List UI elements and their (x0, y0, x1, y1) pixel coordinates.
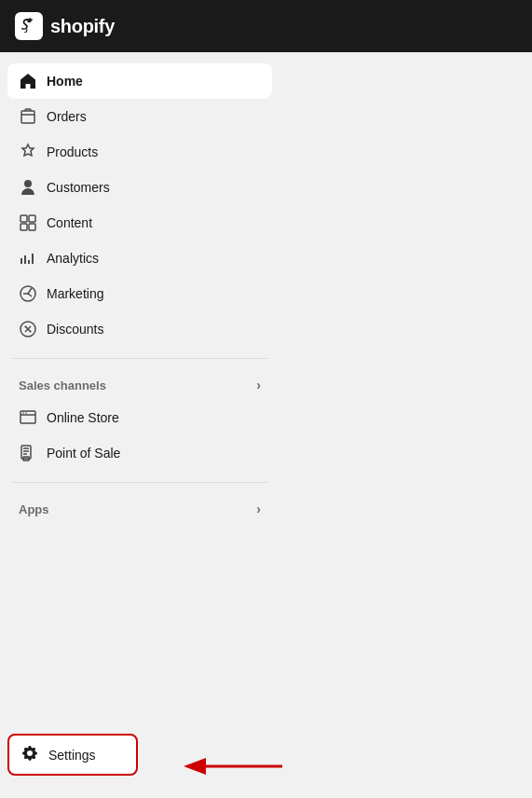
sidebar: Home Orders Products Customers (0, 52, 280, 798)
sidebar-item-home-label: Home (47, 74, 83, 89)
arrow-annotation (138, 748, 287, 785)
sidebar-item-orders[interactable]: Orders (7, 99, 272, 134)
svg-rect-2 (20, 215, 27, 222)
sales-channels-label: Sales channels (19, 378, 106, 392)
sidebar-item-point-of-sale[interactable]: Point of Sale (7, 435, 272, 471)
sidebar-item-marketing-label: Marketing (47, 286, 103, 301)
svg-rect-4 (20, 224, 27, 230)
svg-point-12 (25, 412, 27, 414)
svg-rect-5 (29, 224, 35, 230)
svg-point-11 (22, 412, 24, 414)
analytics-icon (19, 249, 37, 268)
chevron-right-icon: › (256, 378, 261, 392)
sales-channels-header[interactable]: Sales channels › (0, 366, 280, 396)
sales-channels-nav-section: Online Store Point of Sale (0, 396, 280, 475)
svg-point-9 (30, 331, 32, 333)
svg-point-8 (25, 326, 27, 328)
point-of-sale-icon (19, 444, 37, 462)
settings-button-label: Settings (48, 748, 96, 763)
sidebar-item-content-label: Content (47, 215, 92, 230)
sidebar-item-marketing[interactable]: Marketing (7, 276, 272, 311)
sidebar-item-point-of-sale-label: Point of Sale (47, 446, 120, 461)
logo-area: shopify (15, 12, 115, 40)
settings-gear-icon (20, 744, 39, 765)
sidebar-item-online-store[interactable]: Online Store (7, 400, 272, 435)
apps-label: Apps (19, 502, 49, 516)
customers-icon (19, 178, 37, 197)
apps-chevron-right-icon: › (256, 502, 261, 516)
shopify-logo-icon (15, 12, 43, 40)
online-store-icon (19, 408, 37, 427)
marketing-icon (19, 284, 37, 303)
main-nav-section: Home Orders Products Customers (0, 60, 280, 351)
svg-rect-0 (15, 12, 43, 40)
settings-button[interactable]: Settings (7, 734, 138, 776)
sidebar-item-customers[interactable]: Customers (7, 170, 272, 205)
sidebar-item-discounts[interactable]: Discounts (7, 311, 272, 347)
apps-header[interactable]: Apps › (0, 490, 280, 520)
products-icon (19, 143, 37, 161)
svg-rect-3 (29, 215, 35, 222)
sidebar-item-content[interactable]: Content (7, 205, 272, 241)
svg-rect-1 (21, 111, 34, 123)
sidebar-item-orders-label: Orders (47, 109, 87, 124)
home-icon (19, 72, 37, 90)
shopify-wordmark: shopify (50, 16, 115, 37)
divider-1 (11, 358, 268, 359)
content-icon (19, 213, 37, 232)
discounts-icon (19, 320, 37, 338)
sidebar-item-products[interactable]: Products (7, 134, 272, 170)
sidebar-item-analytics[interactable]: Analytics (7, 241, 272, 276)
sidebar-item-online-store-label: Online Store (47, 410, 119, 425)
sidebar-item-discounts-label: Discounts (47, 322, 103, 337)
orders-icon (19, 107, 37, 126)
sidebar-item-home[interactable]: Home (7, 63, 272, 99)
divider-2 (11, 482, 268, 483)
sidebar-item-analytics-label: Analytics (47, 251, 99, 266)
settings-area: Settings (0, 726, 280, 791)
sidebar-item-customers-label: Customers (47, 180, 110, 195)
top-header: shopify (0, 0, 532, 52)
sidebar-item-products-label: Products (47, 144, 98, 159)
